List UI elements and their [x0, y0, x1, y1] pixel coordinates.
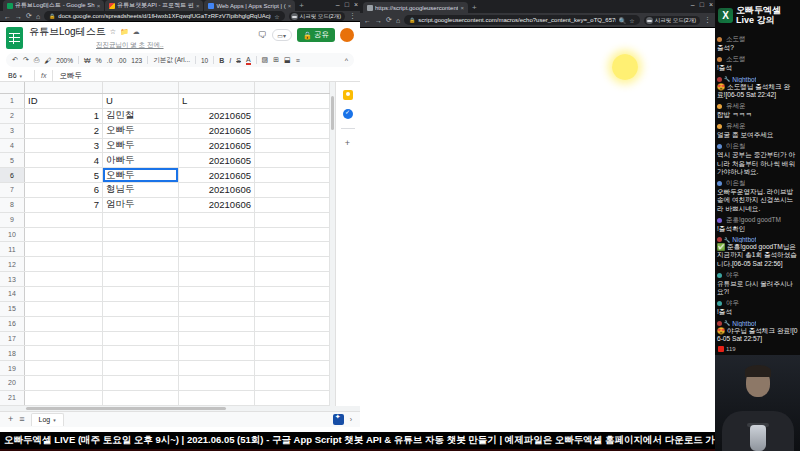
grid-cell[interactable] [255, 124, 330, 138]
grid-cell[interactable] [103, 228, 179, 242]
grid-cell[interactable]: 20210605 [179, 153, 255, 167]
paint-format-icon[interactable]: 🖌 [44, 57, 51, 64]
name-box[interactable]: B6▾ [0, 72, 34, 79]
grid-cell[interactable] [255, 302, 330, 316]
grid-cell[interactable] [103, 302, 179, 316]
grid-cell[interactable] [25, 346, 103, 360]
row-header[interactable]: 10 [0, 228, 25, 242]
grid-cell[interactable]: 20210605 [179, 168, 255, 182]
grid-cell[interactable] [103, 272, 179, 286]
grid-cell[interactable] [255, 213, 330, 227]
increase-decimal-button[interactable]: .00 [117, 57, 126, 64]
zoom-select[interactable]: 200% [56, 57, 73, 64]
browser-menu-icon[interactable]: ⋮ [349, 12, 356, 20]
get-addons-icon[interactable]: + [345, 138, 350, 148]
spreadsheet-grid[interactable]: 1 ID U L 2 1 김민철 20210605 [0, 94, 330, 406]
grid-cell[interactable]: 6 [25, 183, 103, 197]
last-edit-status[interactable]: 전진균님이 몇 초 전에.. [96, 41, 164, 50]
grid-cell[interactable] [179, 242, 255, 256]
row-header[interactable]: 13 [0, 272, 25, 286]
column-header[interactable] [179, 82, 255, 93]
grid-cell[interactable] [179, 302, 255, 316]
formula-input[interactable]: 오빠두 [53, 71, 82, 81]
row-header[interactable]: 16 [0, 317, 25, 331]
row-header[interactable]: 14 [0, 287, 25, 301]
grid-cell[interactable] [179, 257, 255, 271]
grid-cell[interactable]: 2 [25, 124, 103, 138]
grid-cell[interactable] [25, 242, 103, 256]
grid-cell[interactable] [255, 139, 330, 153]
row-header[interactable]: 17 [0, 332, 25, 346]
tab-close-icon[interactable]: × [97, 3, 101, 9]
grid-cell[interactable] [255, 198, 330, 212]
move-folder-icon[interactable]: 📁 [120, 28, 129, 36]
column-header[interactable] [255, 82, 330, 93]
grid-cell[interactable] [179, 213, 255, 227]
grid-cell[interactable] [255, 109, 330, 123]
italic-button[interactable]: I [229, 57, 231, 64]
row-header[interactable]: 19 [0, 361, 25, 375]
browser-tab[interactable]: Web Apps | Apps Script | ( × [204, 0, 295, 11]
font-select[interactable]: 기본값 (Ari... [153, 56, 190, 65]
browser-menu-icon[interactable]: ⋮ [704, 16, 711, 24]
grid-cell[interactable]: 5 [25, 168, 103, 182]
collapse-toolbar-icon[interactable]: ^ [345, 57, 348, 64]
grid-cell[interactable]: L [179, 94, 255, 108]
print-icon[interactable]: ⎙ [34, 56, 40, 64]
keep-icon[interactable] [343, 90, 353, 100]
tab-close-icon[interactable]: × [460, 5, 464, 11]
row-header[interactable]: 4 [0, 139, 25, 153]
grid-cell[interactable] [103, 361, 179, 375]
grid-cell[interactable]: 20210606 [179, 183, 255, 197]
grid-cell[interactable] [25, 317, 103, 331]
grid-cell[interactable] [25, 361, 103, 375]
grid-cell[interactable] [255, 272, 330, 286]
grid-cell[interactable] [25, 302, 103, 316]
row-header[interactable]: 18 [0, 346, 25, 360]
grid-cell[interactable] [25, 213, 103, 227]
grid-cell[interactable] [255, 153, 330, 167]
column-header[interactable] [103, 82, 179, 93]
strikethrough-button[interactable]: S [236, 57, 241, 64]
grid-cell[interactable] [25, 376, 103, 390]
maximize-button[interactable]: □ [700, 1, 704, 8]
sheets-logo-icon[interactable] [6, 27, 23, 49]
bookmark-star-icon[interactable]: ☆ [629, 17, 634, 24]
grid-cell[interactable] [179, 228, 255, 242]
browser-tab[interactable]: https://script.googleusercontent × [363, 2, 468, 13]
grid-cell[interactable] [179, 361, 255, 375]
bold-button[interactable]: B [219, 57, 224, 64]
grid-cell[interactable]: 20210605 [179, 109, 255, 123]
grid-cell[interactable]: 김민철 [103, 109, 179, 123]
grid-cell[interactable] [179, 332, 255, 346]
grid-cell[interactable] [255, 94, 330, 108]
grid-cell[interactable]: 20210605 [179, 139, 255, 153]
grid-cell[interactable]: 4 [25, 153, 103, 167]
grid-cell[interactable] [103, 317, 179, 331]
grid-cell[interactable]: 형님두 [103, 183, 179, 197]
forward-icon[interactable]: → [375, 17, 382, 24]
user-avatar[interactable] [340, 28, 354, 42]
back-icon[interactable]: ← [4, 13, 11, 20]
home-icon[interactable]: ⌂ [36, 13, 40, 20]
grid-cell[interactable] [179, 287, 255, 301]
forward-icon[interactable]: → [15, 13, 22, 20]
tab-close-icon[interactable]: × [288, 3, 292, 9]
grid-cell[interactable] [255, 168, 330, 182]
grid-cell[interactable]: 엄마두 [103, 198, 179, 212]
row-header[interactable]: 1 [0, 94, 25, 108]
percent-format-button[interactable]: % [96, 57, 102, 64]
grid-cell[interactable] [255, 361, 330, 375]
row-header[interactable]: 9 [0, 213, 25, 227]
url-input[interactable]: 🔒 script.googleusercontent.com/macros/ec… [404, 15, 640, 25]
minimize-button[interactable]: – [691, 1, 695, 8]
minimize-button[interactable]: – [336, 1, 340, 8]
align-icon[interactable]: ≡ [296, 57, 300, 64]
borders-icon[interactable]: ⊞ [273, 56, 279, 64]
redo-icon[interactable]: ↷ [23, 56, 29, 64]
chat-message-list[interactable]: 소도랭 출석? 소도랭 !출석 🔧 Nightbot [715, 30, 800, 343]
grid-cell[interactable] [255, 391, 330, 405]
grid-cell[interactable]: 오빠두 [103, 139, 179, 153]
merge-cells-icon[interactable]: ⬓ [284, 56, 291, 64]
grid-cell[interactable]: 아빠두 [103, 153, 179, 167]
